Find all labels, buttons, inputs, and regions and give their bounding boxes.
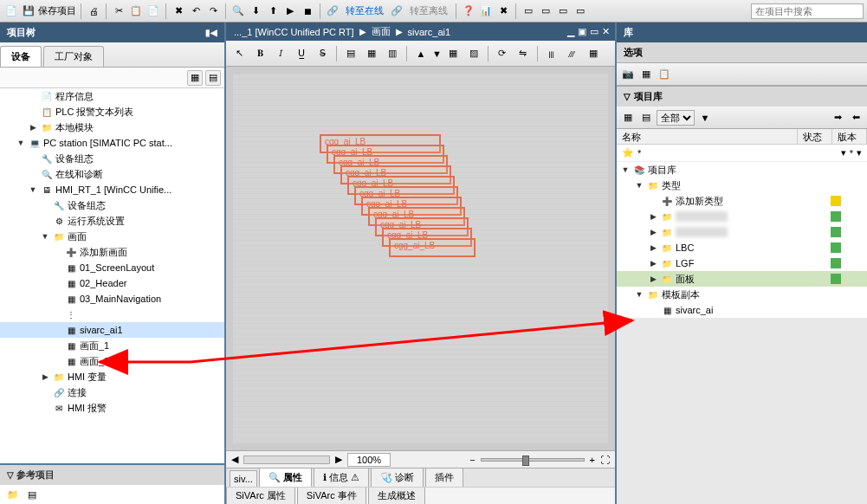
win2-icon[interactable]: ▭ <box>538 3 553 19</box>
breadcrumb-2[interactable]: 画面 <box>372 25 391 38</box>
library-item[interactable]: ▼📁类型 <box>617 178 867 193</box>
subtab-sivarc-event[interactable]: SiVArc 事件 <box>297 488 366 504</box>
zoom-slider[interactable] <box>481 458 585 462</box>
library-item[interactable]: ▶📁面板 <box>617 271 867 287</box>
flip-icon[interactable]: ⇋ <box>514 44 533 63</box>
opt-tool2-icon[interactable]: ▦ <box>638 67 654 82</box>
lib-export-icon[interactable]: ➡ <box>830 110 845 126</box>
tree-item[interactable]: 🔗连接 <box>0 384 224 400</box>
tree-item[interactable]: ▦03_MainNavigation <box>0 291 224 307</box>
copy-icon[interactable]: 📋 <box>128 3 144 19</box>
tab-siv[interactable]: siv... <box>230 470 257 487</box>
dist-h-icon[interactable]: ⫼ <box>542 44 561 63</box>
tree-item[interactable]: ➕添加新画面 <box>0 244 224 260</box>
stop-icon[interactable]: ⏹ <box>300 3 315 19</box>
tab-devices[interactable]: 设备 <box>0 46 42 67</box>
minimize-icon[interactable]: ▁ <box>567 26 574 37</box>
tree-item[interactable]: ⚙运行系统设置 <box>0 213 224 229</box>
library-item[interactable]: ▼📁模板副本 <box>617 287 867 302</box>
download-icon[interactable]: ⬇ <box>248 3 263 19</box>
align-left-icon[interactable]: ▤ <box>341 44 360 63</box>
font-under-icon[interactable]: U̲ <box>292 44 311 63</box>
opt-tool1-icon[interactable]: 📷 <box>620 67 636 82</box>
filter-dd2-icon[interactable]: ▾ <box>857 147 862 158</box>
dist-v-icon[interactable]: ⫻ <box>563 44 582 63</box>
tab-diagnostics[interactable]: 🩺诊断 <box>371 468 424 487</box>
ref-tool1-icon[interactable]: 📁 <box>5 487 21 502</box>
redo-icon[interactable]: ↷ <box>205 3 221 19</box>
ref-tool2-icon[interactable]: ▤ <box>24 487 40 502</box>
tree-item[interactable]: 🔧设备组态 <box>0 197 224 213</box>
tree-item[interactable]: ▦画面_1 <box>0 338 224 353</box>
tab-properties[interactable]: 🔍属性 <box>259 468 312 487</box>
delete-icon[interactable]: ✖ <box>171 3 186 19</box>
sel-tool-icon[interactable]: ↖ <box>230 44 249 63</box>
hscroll-track[interactable] <box>243 456 330 464</box>
tree-item[interactable]: ▶📁本地模块 <box>0 120 224 135</box>
zoom-fit-icon[interactable]: ⛶ <box>600 455 610 465</box>
tab-plugin[interactable]: 插件 <box>425 468 463 487</box>
tree-tool2-icon[interactable]: ▤ <box>205 70 221 86</box>
font-strike-icon[interactable]: S̶ <box>313 44 332 63</box>
scroll-left-icon[interactable]: ◀ <box>231 454 238 465</box>
send-back-icon[interactable]: ▼ <box>432 48 442 59</box>
undo-icon[interactable]: ↶ <box>188 3 204 19</box>
subtab-sivarc-attr[interactable]: SiVArc 属性 <box>226 488 295 504</box>
library-item[interactable]: ➕添加新类型 <box>617 193 867 209</box>
close-icon[interactable]: ✕ <box>602 26 610 37</box>
tree-item[interactable]: ▦01_ScreenLayout <box>0 260 224 275</box>
tree-item[interactable]: 🔧设备组态 <box>0 151 224 166</box>
win1-icon[interactable]: ▭ <box>521 3 536 19</box>
tree-item[interactable]: ✉HMI 报警 <box>0 400 224 416</box>
grid-icon[interactable]: ▦ <box>584 44 603 63</box>
reference-title[interactable]: ▽ 参考项目 <box>0 465 224 485</box>
library-item[interactable]: ▼📚项目库 <box>617 162 867 178</box>
goto-online-button[interactable]: 转至在线 <box>346 4 384 17</box>
filter-dd1-icon[interactable]: ▾ <box>841 147 846 158</box>
project-tree[interactable]: 📄程序信息📋PLC 报警文本列表▶📁本地模块▼💻PC station [SIMA… <box>0 88 224 463</box>
font-bold-icon[interactable]: 𝐁 <box>250 44 269 63</box>
win3-icon[interactable]: ▭ <box>555 3 571 19</box>
tab-plant[interactable]: 工厂对象 <box>43 46 104 67</box>
new-icon[interactable]: 📄 <box>3 3 19 19</box>
project-library-head[interactable]: ▽ 项目库 <box>617 87 867 107</box>
save-icon[interactable]: 💾 <box>21 3 36 19</box>
subtab-sivarc-gen[interactable]: 生成概述 <box>368 488 425 504</box>
library-filter-select[interactable]: 全部 <box>657 110 695 126</box>
lib-tool1-icon[interactable]: ▦ <box>620 110 636 126</box>
paste-icon[interactable]: 📄 <box>146 3 161 19</box>
bring-front-icon[interactable]: ▲ <box>411 44 430 63</box>
lib-tool2-icon[interactable]: ▤ <box>638 110 654 126</box>
screen-canvas[interactable]: cgg_ai_LBcgg_ai_LBcgg_ai_LBcgg_ai_LBcgg_… <box>233 74 608 443</box>
filter-star-icon[interactable]: ⭐ <box>622 147 634 158</box>
online-icon[interactable]: 🔗 <box>325 3 340 19</box>
tool1-icon[interactable]: 📊 <box>478 3 494 19</box>
align-right-icon[interactable]: ▥ <box>383 44 402 63</box>
tree-item[interactable]: ⋮ <box>0 307 224 322</box>
zoom-in-icon[interactable]: + <box>590 455 595 465</box>
library-item[interactable]: ▶📁LBC <box>617 240 867 255</box>
col-state[interactable]: 状态 <box>798 129 832 144</box>
tree-item[interactable]: 🔍在线和诊断 <box>0 166 224 182</box>
search-input[interactable] <box>751 3 864 19</box>
goto-offline-button[interactable]: 转至离线 <box>410 4 448 17</box>
library-tree[interactable]: ▼📚项目库▼📁类型➕添加新类型▶📁▶📁▶📁LBC▶📁LGF▶📁面板▼📁模板副本▦… <box>617 162 867 318</box>
col-name[interactable]: 名称 <box>617 129 798 144</box>
lib-tool3-icon[interactable]: ▼ <box>697 110 713 126</box>
win4-icon[interactable]: ▭ <box>573 3 588 19</box>
scroll-right-icon[interactable]: ▶ <box>335 454 342 465</box>
tree-item[interactable]: ▼💻PC station [SIMATIC PC stat... <box>0 135 224 151</box>
library-item[interactable]: ▶📁 <box>617 209 867 224</box>
tree-item[interactable]: ▦画面_2 <box>0 353 224 369</box>
cut-icon[interactable]: ✂ <box>111 3 126 19</box>
zoom-input[interactable] <box>347 453 391 467</box>
zoom-out-icon[interactable]: − <box>469 455 475 465</box>
save-project-button[interactable]: 保存项目 <box>38 4 76 17</box>
library-item[interactable]: ▦sivarc_ai <box>617 302 867 318</box>
offline-icon[interactable]: 🔗 <box>389 3 404 19</box>
tree-item[interactable]: 📄程序信息 <box>0 88 224 104</box>
tree-item[interactable]: ▶📁HMI 变量 <box>0 369 224 384</box>
tool2-icon[interactable]: ✖ <box>495 3 511 19</box>
zoom-thumb[interactable] <box>522 456 529 466</box>
find-icon[interactable]: 🔍 <box>230 3 246 19</box>
